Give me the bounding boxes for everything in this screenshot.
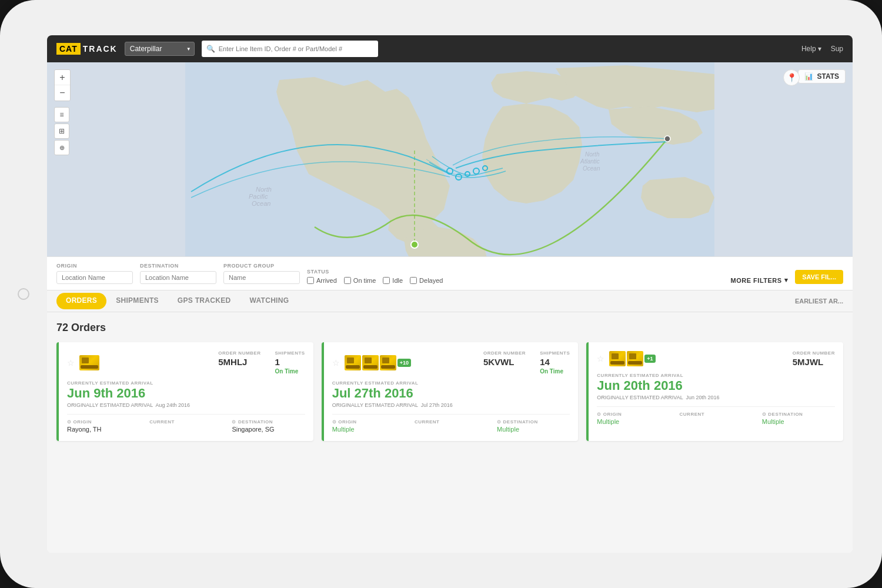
card-info-3: ORDER NUMBER 5MJWL [793,350,835,367]
earliest-arrival-label: EARLIEST AR... [795,298,843,305]
card-images-2: +10 [345,355,479,370]
origin-col-2: ⊙ ORIGIN Multiple [332,419,405,433]
logo-track: TRACK [83,44,118,54]
destination-value-2: Multiple [497,426,570,433]
stats-button[interactable]: 📊 STATS [798,69,846,83]
arrived-checkbox[interactable] [307,277,314,284]
help-link[interactable]: Help ▾ [801,45,821,53]
current-footer-label-3: CURRENT [680,412,753,417]
order-number-col-3: ORDER NUMBER 5MJWL [793,350,835,367]
arrival-section-3: CURRENTLY ESTIMATED ARRIVAL Jun 20th 201… [597,373,835,400]
order-card-2: ☆ +10 ORDER NUMBER 5KVWL [322,342,579,441]
company-dropdown[interactable]: CaterpillarOther Company [125,42,195,56]
svg-text:Ocean: Ocean [252,200,270,207]
pin-button[interactable]: 📍 [783,69,800,86]
origin-filter: ORIGIN [56,263,133,284]
origin-footer-label-3: ⊙ ORIGIN [597,412,670,417]
idle-checkbox[interactable] [383,277,390,284]
order-number-col-2: ORDER NUMBER 5KVWL [483,350,526,375]
order-number-label-2: ORDER NUMBER [483,350,526,356]
shipments-col-1: SHIPMENTS 1 On Time [275,350,305,375]
origin-icon-1: ⊙ [67,419,72,425]
card-header-1: ☆ ORDER NUMBER 5MHLJ SHIPMENTS 1 [67,350,305,375]
zoom-in-button[interactable]: + [55,70,70,85]
status-filter: STATUS Arrived On time Idle Delayed [307,269,443,284]
arrival-date-2: Jul 27th 2016 [332,386,570,401]
star-icon-1[interactable]: ☆ [67,358,75,368]
save-filter-button[interactable]: SAVE FIL... [795,270,843,284]
order-number-value-2: 5KVWL [483,357,526,367]
card-header-2: ☆ +10 ORDER NUMBER 5KVWL [332,350,570,375]
svg-text:North: North [256,186,272,193]
svg-text:Pacific: Pacific [249,193,268,200]
layers-button[interactable]: ≡ [54,107,69,122]
star-icon-3[interactable]: ☆ [597,354,604,363]
destination-filter: DESTINATION [140,263,216,284]
destination-value-1: Singapore, SG [232,426,305,433]
status-arrived[interactable]: Arrived [307,277,337,284]
cursor-button[interactable]: ⊕ [54,140,69,155]
delayed-checkbox[interactable] [410,277,417,284]
product-group-label: PRODUCT GROUP [223,263,300,269]
map-controls: + − ≡ ⊞ ⊕ [54,69,71,155]
destination-value-3: Multiple [762,418,835,425]
machine-thumbnail-3b [627,351,643,366]
origin-icon-3: ⊙ [597,412,602,417]
world-map-svg: North Pacific Ocean North Atlantic Ocean [47,62,853,256]
machine-thumbnail-3a [609,351,626,366]
orders-section: 72 Orders ☆ ORDER NUMBER 5MHLJ [47,312,853,553]
tab-watching[interactable]: WATCHING [240,290,299,312]
status-on-time[interactable]: On time [344,277,376,284]
star-icon-2[interactable]: ☆ [332,358,340,368]
more-filters-button[interactable]: MORE FILTERS ▾ [731,276,789,284]
dest-footer-label-1: ⊙ DESTINATION [232,419,305,425]
origin-input[interactable] [56,271,133,284]
grid-button[interactable]: ⊞ [54,123,69,139]
card-images-3: +1 [609,351,787,366]
app-logo: CAT TRACK [56,43,118,55]
app-header: CAT TRACK CaterpillarOther Company 🔍 Hel… [47,35,853,62]
order-number-value-1: 5MHLJ [218,357,260,367]
order-number-value-3: 5MJWL [793,357,835,367]
tab-orders[interactable]: ORDERS [56,293,106,309]
product-group-input[interactable] [223,271,300,284]
order-card-1: ☆ ORDER NUMBER 5MHLJ SHIPMENTS 1 [56,342,313,441]
card-footer-2: ⊙ ORIGIN Multiple CURRENT ⊙ [332,414,570,433]
origin-col-3: ⊙ ORIGIN Multiple [597,412,670,425]
support-link[interactable]: Sup [831,45,843,53]
destination-col-2: ⊙ DESTINATION Multiple [497,419,570,433]
current-col-1: CURRENT [149,419,222,433]
destination-col-1: ⊙ DESTINATION Singapore, SG [232,419,305,433]
tablet-frame: CAT TRACK CaterpillarOther Company 🔍 Hel… [0,0,882,588]
search-wrapper: 🔍 [202,41,378,57]
extra-count-2: +10 [397,359,411,367]
shipments-count-1: 1 [275,357,305,367]
order-number-label-3: ORDER NUMBER [793,350,835,356]
destination-icon-1: ⊙ [232,419,236,425]
shipments-status-1: On Time [275,368,305,375]
status-idle[interactable]: Idle [383,277,403,284]
machine-thumbnail-1 [79,355,99,370]
tab-gps-tracked[interactable]: GPS TRACKED [168,290,240,312]
currently-label-1: CURRENTLY ESTIMATED ARRIVAL [67,380,305,386]
status-delayed[interactable]: Delayed [410,277,443,284]
destination-icon-2: ⊙ [497,419,502,425]
tab-shipments[interactable]: SHIPMENTS [106,290,168,312]
svg-text:North: North [585,151,600,158]
orders-title: 72 Orders [56,322,843,334]
company-dropdown-wrapper[interactable]: CaterpillarOther Company [125,42,195,56]
destination-col-3: ⊙ DESTINATION Multiple [762,412,835,425]
origin-value-1: Rayong, TH [67,426,140,433]
dest-footer-label-3: ⊙ DESTINATION [762,412,835,417]
current-col-3: CURRENT [680,412,753,425]
origin-icon-2: ⊙ [332,419,337,425]
map-container: North Pacific Ocean North Atlantic Ocean… [47,62,853,256]
search-input[interactable] [219,45,373,52]
origin-col-1: ⊙ ORIGIN Rayong, TH [67,419,140,433]
current-footer-label-1: CURRENT [149,419,222,425]
on-time-checkbox[interactable] [344,277,351,284]
search-icon: 🔍 [206,45,215,53]
zoom-out-button[interactable]: − [55,85,70,101]
destination-input[interactable] [140,271,216,284]
filter-bar: ORIGIN DESTINATION PRODUCT GROUP STATUS … [47,256,853,290]
